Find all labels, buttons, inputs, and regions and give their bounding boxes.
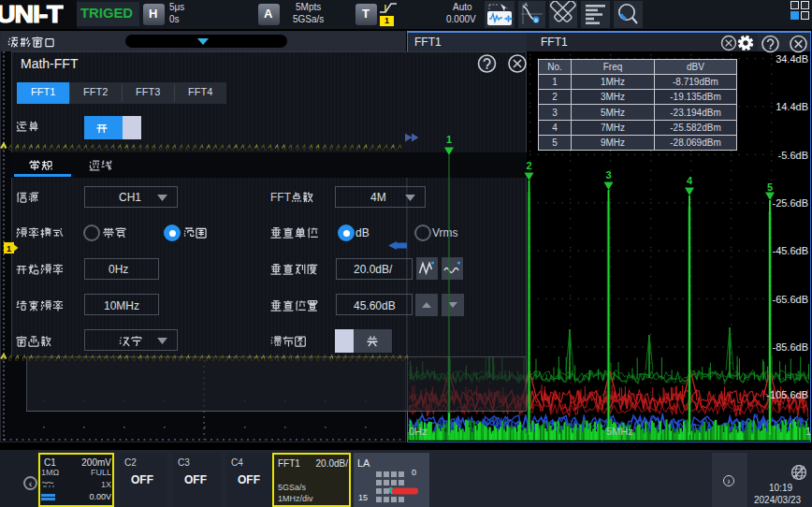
svg-text:A: A	[524, 2, 528, 7]
svg-text:5MHz: 5MHz	[606, 426, 633, 437]
svg-text:10MHz: 10MHz	[805, 426, 811, 437]
svg-text:0Hz: 0Hz	[409, 426, 428, 437]
svg-text:B: B	[534, 18, 538, 23]
